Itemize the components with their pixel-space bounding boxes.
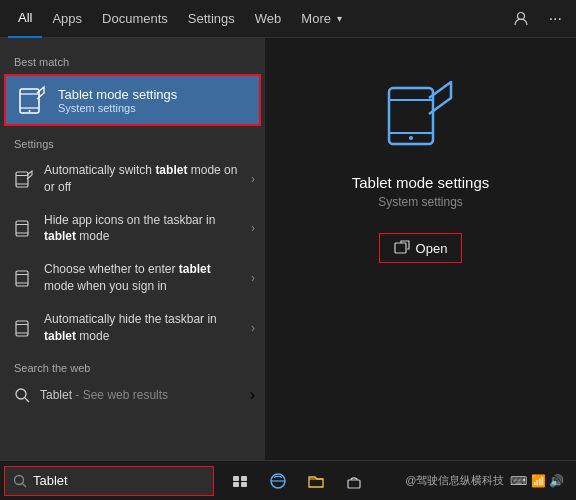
result-title: Tablet mode settings [352,174,490,191]
best-match-subtitle: System settings [58,102,177,114]
taskbar-search[interactable] [4,466,214,496]
chevron-down-icon: ▾ [337,13,342,24]
nav-item-web[interactable]: Web [245,0,292,38]
result-icon-container [381,78,461,158]
best-match-item[interactable]: Tablet mode settings System settings [4,74,261,126]
right-panel: Tablet mode settings System settings Ope… [265,38,576,460]
svg-rect-5 [16,172,28,187]
best-match-label: Best match [0,48,265,72]
taskbar-sys-icons: ⌨ 📶 🔊 [510,474,564,488]
setting-item-3[interactable]: Choose whether to enter tablet mode when… [0,253,265,303]
svg-rect-26 [233,476,239,481]
nav-item-apps[interactable]: Apps [42,0,92,38]
setting-item-4[interactable]: Automatically hide the taskbar in tablet… [0,303,265,353]
svg-rect-11 [16,271,28,286]
best-match-text: Tablet mode settings System settings [58,87,177,114]
watermark-text: @驾驶信息纵横科技 [405,473,504,488]
person-icon[interactable] [507,7,535,31]
setting-text-1: Automatically switch tablet mode on or o… [44,162,241,196]
nav-item-settings[interactable]: Settings [178,0,245,38]
search-web-text: Tablet - See web results [40,388,240,402]
edge-icon[interactable] [260,463,296,499]
best-match-title: Tablet mode settings [58,87,177,102]
svg-point-17 [16,389,26,399]
svg-rect-1 [20,89,39,113]
setting-icon-3 [14,268,34,288]
svg-point-24 [15,475,24,484]
search-input[interactable] [33,473,205,488]
setting-icon-2 [14,218,34,238]
svg-line-25 [23,483,27,487]
taskbar-icons [222,463,372,499]
main-content: Best match Tablet mode settings System s… [0,38,576,460]
open-label: Open [416,241,448,256]
setting-item-2[interactable]: Hide app icons on the taskbar in tablet … [0,204,265,254]
open-icon [394,240,410,256]
svg-rect-23 [395,243,406,253]
chevron-icon-1: › [251,172,255,186]
top-nav-right: ··· [507,6,568,32]
svg-rect-29 [241,482,247,487]
store-icon[interactable] [336,463,372,499]
result-subtitle: System settings [378,195,463,209]
open-button[interactable]: Open [379,233,463,263]
chevron-icon-3: › [251,271,255,285]
web-search-icon [14,387,30,403]
chevron-icon-2: › [251,221,255,235]
setting-text-2: Hide app icons on the taskbar in tablet … [44,212,241,246]
svg-rect-8 [16,221,28,236]
setting-item-1[interactable]: Automatically switch tablet mode on or o… [0,154,265,204]
nav-item-all[interactable]: All [8,0,42,38]
svg-rect-19 [389,88,433,144]
nav-item-documents[interactable]: Documents [92,0,178,38]
settings-section-label: Settings [0,128,265,154]
svg-rect-27 [241,476,247,481]
taskbar: @驾驶信息纵横科技 ⌨ 📶 🔊 [0,460,576,500]
setting-text-4: Automatically hide the taskbar in tablet… [44,311,241,345]
tablet-mode-icon [16,84,48,116]
svg-rect-30 [348,480,360,488]
top-nav: All Apps Documents Settings Web More ▾ ·… [0,0,576,38]
search-web-item[interactable]: Tablet - See web results › [0,378,265,412]
svg-point-4 [29,110,31,112]
taskbar-right: @驾驶信息纵横科技 ⌨ 📶 🔊 [405,473,572,488]
svg-point-22 [409,136,413,140]
explorer-icon[interactable] [298,463,334,499]
chevron-icon-web: › [250,386,255,404]
svg-rect-14 [16,321,28,336]
more-options-icon[interactable]: ··· [543,6,568,32]
nav-item-more[interactable]: More ▾ [291,0,352,38]
svg-line-18 [25,398,29,402]
chevron-icon-4: › [251,321,255,335]
svg-rect-28 [233,482,239,487]
search-web-label: Search the web [0,352,265,378]
taskbar-search-icon [13,474,27,488]
setting-icon-4 [14,318,34,338]
left-panel: Best match Tablet mode settings System s… [0,38,265,460]
setting-icon-1 [14,169,34,189]
taskview-icon[interactable] [222,463,258,499]
setting-text-3: Choose whether to enter tablet mode when… [44,261,241,295]
